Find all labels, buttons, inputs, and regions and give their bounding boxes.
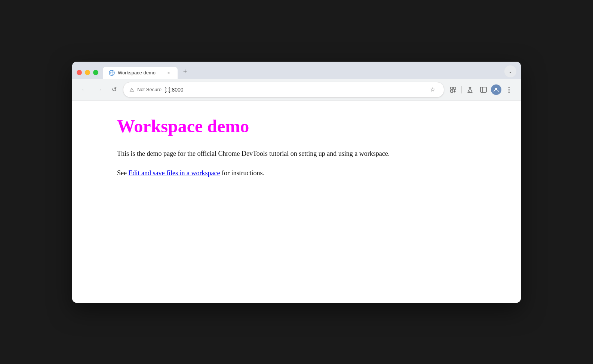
tab-dropdown-button[interactable]: ⌄: [504, 65, 516, 77]
sidebar-button[interactable]: [477, 84, 489, 96]
traffic-light-green[interactable]: [93, 70, 98, 75]
extensions-button[interactable]: [447, 84, 459, 96]
more-options-icon: ⋮: [506, 86, 512, 94]
lab-experiments-button[interactable]: [464, 84, 476, 96]
traffic-light-red[interactable]: [77, 70, 82, 75]
not-secure-label: Not Secure: [137, 87, 162, 92]
toolbar-icons: ⋮: [447, 84, 515, 96]
paragraph-2: See Edit and save files in a workspace f…: [117, 168, 476, 179]
page-content: Workspace demo This is the demo page for…: [72, 101, 521, 303]
active-tab[interactable]: Workspace demo ×: [103, 67, 178, 79]
bookmark-star-button[interactable]: ☆: [427, 84, 438, 95]
svg-rect-5: [451, 90, 453, 92]
browser-window: Workspace demo × + ⌄ ← → ↺ ⚠ Not Secure …: [72, 62, 521, 303]
paragraph-1: This is the demo page for the official C…: [117, 148, 476, 159]
new-tab-button[interactable]: +: [179, 67, 191, 79]
traffic-light-yellow[interactable]: [85, 70, 90, 75]
svg-rect-3: [451, 87, 453, 89]
svg-rect-4: [454, 87, 456, 89]
profile-avatar-button[interactable]: [491, 84, 501, 95]
url-text: [::]:8000: [165, 87, 424, 93]
tab-bar: Workspace demo × + ⌄: [72, 62, 521, 79]
address-bar[interactable]: ⚠ Not Secure [::]:8000 ☆: [123, 82, 444, 98]
reload-button[interactable]: ↺: [108, 84, 120, 96]
forward-button[interactable]: →: [93, 84, 105, 96]
browser-toolbar: ← → ↺ ⚠ Not Secure [::]:8000 ☆: [72, 79, 521, 101]
page-heading: Workspace demo: [117, 116, 476, 136]
security-warning-icon: ⚠: [129, 87, 134, 93]
traffic-lights: [77, 70, 98, 79]
more-options-button[interactable]: ⋮: [503, 84, 515, 96]
back-button[interactable]: ←: [78, 84, 90, 96]
svg-point-6: [469, 91, 470, 92]
svg-rect-7: [480, 87, 486, 92]
paragraph-2-prefix: See: [117, 169, 129, 177]
tab-favicon-icon: [109, 70, 115, 76]
paragraph-2-suffix: for instructions.: [220, 169, 264, 177]
tab-close-button[interactable]: ×: [166, 70, 172, 76]
tab-title: Workspace demo: [118, 70, 163, 75]
toolbar-divider: [461, 86, 462, 93]
workspace-link[interactable]: Edit and save files in a workspace: [129, 169, 220, 177]
